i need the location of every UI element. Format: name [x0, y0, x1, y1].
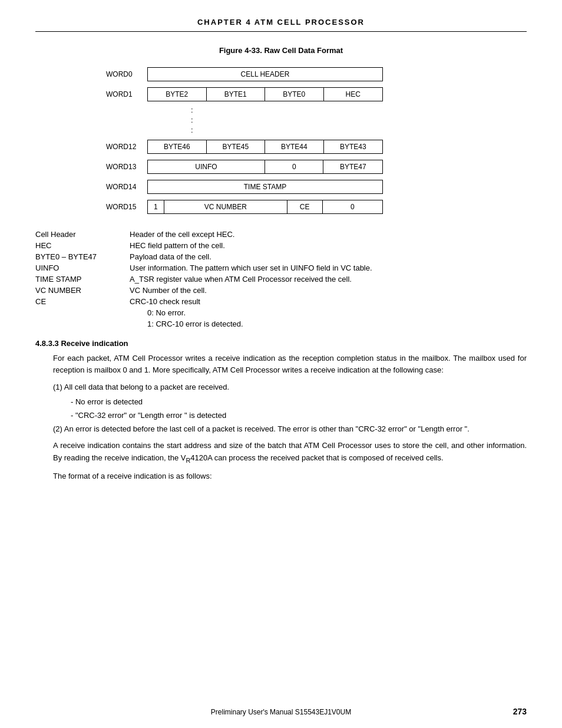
diagram-row-word1: WORD1 BYTE2 BYTE1 BYTE0 HEC [106, 85, 383, 103]
sub-list-item-1b: - "CRC-32 error" or "Length error " is d… [71, 410, 527, 422]
footer: Preliminary User's Manual S15543EJ1V0UM [0, 708, 562, 716]
cell-row-12: BYTE46 BYTE45 BYTE44 BYTE43 [147, 140, 383, 154]
legend-def-byte: Payload data of the cell. [130, 252, 527, 261]
diagram: WORD0 CELL HEADER WORD1 BYTE2 BYTE1 BYTE… [106, 65, 527, 218]
list-item-2: (2) An error is detected before the last… [53, 423, 527, 436]
legend-term-hec: HEC [35, 241, 130, 250]
cell-byte46: BYTE46 [148, 140, 207, 153]
list-item-1: (1) All cell data that belong to a packe… [53, 381, 527, 394]
legend-def-timestamp: A_TSR register value when ATM Cell Proce… [130, 275, 527, 284]
cell-row-15: 1 VC NUMBER CE 0 [147, 200, 383, 214]
cell-byte45: BYTE45 [207, 140, 266, 153]
section-id: 4.8.3.3 [35, 339, 61, 348]
word-label-14: WORD14 [106, 183, 147, 191]
cell-one: 1 [148, 200, 164, 213]
cell-row-0: CELL HEADER [147, 67, 383, 81]
legend-def-uinfo: User information. The pattern which user… [130, 263, 527, 272]
legend-term-timestamp: TIME STAMP [35, 275, 130, 284]
diagram-row-word0: WORD0 CELL HEADER [106, 65, 383, 83]
legend-item-ce: CE CRC-10 check result [35, 297, 527, 306]
legend-item-no-error: 0: No error. [35, 308, 527, 317]
legend-item-uinfo: UINFO User information. The pattern whic… [35, 263, 527, 272]
legend-item-vcnumber: VC NUMBER VC Number of the cell. [35, 286, 527, 295]
cell-byte0: BYTE0 [265, 88, 324, 101]
cell-byte2: BYTE2 [148, 88, 207, 101]
diagram-row-dots: : : : [106, 106, 193, 136]
cell-row-13: UINFO 0 BYTE47 [147, 160, 383, 174]
legend-item-cell-header: Cell Header Header of the cell except HE… [35, 230, 527, 239]
word-label-15: WORD15 [106, 203, 147, 211]
sub-list-item-1a: - No error is detected [71, 396, 527, 409]
legend-item-crc-error: 1: CRC-10 error is detected. [35, 319, 527, 328]
section-header: 4.8.3.3 Receive indication [35, 339, 527, 348]
legend-term-uinfo: UINFO [35, 263, 130, 272]
legend-item-byte: BYTE0 – BYTE47 Payload data of the cell. [35, 252, 527, 261]
cell-ce: CE [287, 200, 323, 213]
legend-term-vcnumber: VC NUMBER [35, 286, 130, 295]
word-label-1: WORD1 [106, 90, 147, 98]
word-label-12: WORD12 [106, 143, 147, 151]
cell-zero-13: 0 [265, 160, 324, 173]
legend-def-no-error: 0: No error. [147, 308, 527, 317]
cell-byte44: BYTE44 [265, 140, 324, 153]
legend-term-blank2 [35, 319, 130, 328]
cell-zero-15: 0 [323, 200, 382, 213]
paragraph-2: A receive indication contains the start … [53, 440, 527, 466]
cell-row-14: TIME STAMP [147, 180, 383, 194]
legend-def-cell-header: Header of the cell except HEC. [130, 230, 527, 239]
legend-item-hec: HEC HEC field pattern of the cell. [35, 241, 527, 250]
legend-def-crc-error: 1: CRC-10 error is detected. [147, 319, 527, 328]
cell-cell-header: CELL HEADER [148, 68, 382, 81]
figure-title: Figure 4-33. Raw Cell Data Format [35, 46, 527, 55]
cell-byte43: BYTE43 [324, 140, 383, 153]
dot-3: : [191, 126, 193, 136]
word-label-0: WORD0 [106, 70, 147, 78]
diagram-row-word13: WORD13 UINFO 0 BYTE47 [106, 158, 383, 176]
paragraph-3: The format of a receive indication is as… [53, 470, 527, 483]
legend: Cell Header Header of the cell except HE… [35, 230, 527, 328]
cell-uinfo: UINFO [148, 160, 265, 173]
page-number: 273 [513, 707, 527, 716]
footer-text: Preliminary User's Manual S15543EJ1V0UM [211, 708, 351, 716]
diagram-row-word14: WORD14 TIME STAMP [106, 178, 383, 196]
cell-timestamp: TIME STAMP [148, 180, 382, 193]
legend-item-timestamp: TIME STAMP A_TSR register value when ATM… [35, 275, 527, 284]
cell-vcnumber: VC NUMBER [164, 200, 287, 213]
legend-term-ce: CE [35, 297, 130, 306]
cell-byte1: BYTE1 [207, 88, 266, 101]
legend-term-blank1 [35, 308, 130, 317]
cell-hec: HEC [324, 88, 383, 101]
cell-byte47: BYTE47 [323, 160, 382, 173]
legend-def-hec: HEC field pattern of the cell. [130, 241, 527, 250]
chapter-header: CHAPTER 4 ATM CELL PROCESSOR [35, 18, 527, 32]
legend-term-cell-header: Cell Header [35, 230, 130, 239]
diagram-row-word12: WORD12 BYTE46 BYTE45 BYTE44 BYTE43 [106, 138, 383, 156]
section-title: Receive indication [61, 339, 128, 348]
legend-def-ce: CRC-10 check result [130, 297, 527, 306]
paragraph-1: For each packet, ATM Cell Processor writ… [53, 353, 527, 377]
legend-term-byte: BYTE0 – BYTE47 [35, 252, 130, 261]
cell-row-1: BYTE2 BYTE1 BYTE0 HEC [147, 87, 383, 101]
dot-1: : [191, 106, 193, 116]
word-label-13: WORD13 [106, 163, 147, 171]
dot-2: : [191, 116, 193, 126]
diagram-row-word15: WORD15 1 VC NUMBER CE 0 [106, 198, 383, 216]
legend-def-vcnumber: VC Number of the cell. [130, 286, 527, 295]
